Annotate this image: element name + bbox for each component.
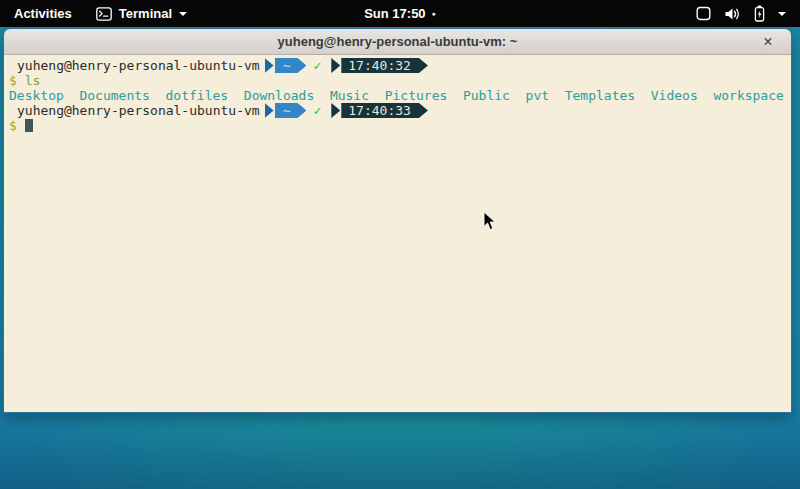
powerline-arrow-icon: [265, 103, 274, 118]
prompt-dollar: $: [9, 73, 17, 88]
typed-command: ls: [25, 73, 41, 88]
powerline-arrow-icon: [331, 58, 340, 73]
status-check-icon: ✓: [313, 103, 321, 118]
prompt-user: yuheng@henry-personal-ubuntu-vm: [9, 103, 260, 118]
app-menu-arrow-icon: [179, 12, 187, 16]
terminal-icon: [96, 7, 112, 21]
top-bar: Activities Terminal Sun 17:50 ●: [0, 0, 800, 27]
terminal-block-cursor: [25, 119, 33, 132]
command-line-1: $ ls: [9, 73, 786, 88]
window-titlebar[interactable]: yuheng@henry-personal-ubuntu-vm: ~ ×: [4, 29, 791, 55]
clock[interactable]: Sun 17:50: [364, 6, 425, 21]
app-menu-label: Terminal: [119, 6, 172, 21]
powerline-arrow-icon: [331, 103, 340, 118]
prompt-line-1: yuheng@henry-personal-ubuntu-vm ~ ✓ 17:4…: [9, 58, 786, 73]
command-line-2: $: [9, 118, 786, 133]
activities-button[interactable]: Activities: [0, 0, 86, 27]
terminal-window: yuheng@henry-personal-ubuntu-vm: ~ × yuh…: [3, 28, 792, 413]
ls-output-line: Desktop Documents dotfiles Downloads Mus…: [9, 88, 786, 103]
window-title: yuheng@henry-personal-ubuntu-vm: ~: [4, 34, 791, 49]
prompt-cwd-segment: ~: [275, 58, 307, 73]
prompt-dollar: $: [9, 118, 17, 133]
top-bar-left: Activities Terminal: [0, 0, 197, 27]
display-icon: [696, 6, 711, 21]
prompt-user: yuheng@henry-personal-ubuntu-vm: [9, 58, 260, 73]
status-check-icon: ✓: [313, 58, 321, 73]
prompt-time-segment: 17:40:32: [341, 58, 428, 73]
notification-dot-icon: ●: [432, 0, 436, 27]
app-menu-terminal[interactable]: Terminal: [86, 0, 197, 27]
battery-charging-icon: [754, 5, 765, 22]
prompt-cwd-segment: ~: [275, 103, 307, 118]
terminal-screen[interactable]: yuheng@henry-personal-ubuntu-vm ~ ✓ 17:4…: [4, 55, 791, 412]
powerline-arrow-icon: [265, 58, 274, 73]
close-button[interactable]: ×: [757, 29, 779, 55]
prompt-line-2: yuheng@henry-personal-ubuntu-vm ~ ✓ 17:4…: [9, 103, 786, 118]
screen: Activities Terminal Sun 17:50 ●: [0, 0, 800, 489]
prompt-time-segment: 17:40:33: [341, 103, 428, 118]
chevron-down-icon: [778, 12, 786, 16]
system-tray[interactable]: [682, 0, 800, 27]
volume-icon: [724, 6, 741, 22]
